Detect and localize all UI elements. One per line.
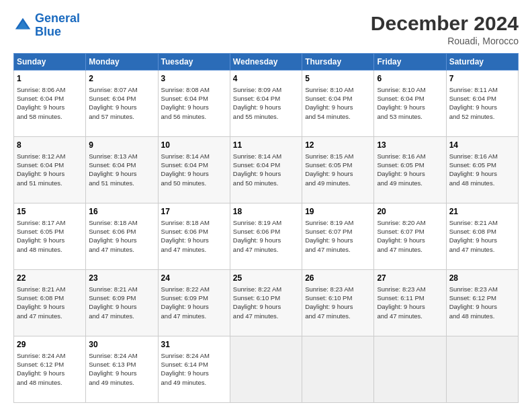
table-row bbox=[230, 336, 302, 403]
calendar: Sunday Monday Tuesday Wednesday Thursday… bbox=[13, 53, 519, 403]
day-info: Sunrise: 8:23 AMSunset: 6:10 PMDaylight:… bbox=[305, 285, 371, 320]
day-number: 22 bbox=[17, 273, 83, 284]
day-number: 28 bbox=[449, 273, 515, 284]
calendar-week-row: 15Sunrise: 8:17 AMSunset: 6:05 PMDayligh… bbox=[14, 203, 519, 270]
table-row: 19Sunrise: 8:19 AMSunset: 6:07 PMDayligh… bbox=[302, 203, 374, 270]
col-wednesday: Wednesday bbox=[230, 54, 302, 71]
day-info: Sunrise: 8:24 AMSunset: 6:13 PMDaylight:… bbox=[89, 351, 154, 387]
logo: General Blue bbox=[13, 12, 80, 39]
table-row: 24Sunrise: 8:22 AMSunset: 6:09 PMDayligh… bbox=[158, 270, 230, 336]
table-row: 26Sunrise: 8:23 AMSunset: 6:10 PMDayligh… bbox=[302, 270, 374, 336]
col-friday: Friday bbox=[374, 54, 446, 71]
day-number: 17 bbox=[161, 206, 227, 218]
day-info: Sunrise: 8:15 AMSunset: 6:05 PMDaylight:… bbox=[305, 152, 371, 187]
day-number: 25 bbox=[233, 273, 299, 284]
day-number: 16 bbox=[89, 206, 154, 218]
day-number: 24 bbox=[161, 273, 227, 284]
day-number: 23 bbox=[89, 273, 154, 284]
day-number: 29 bbox=[17, 339, 83, 351]
logo-line1: General bbox=[35, 11, 80, 25]
day-info: Sunrise: 8:23 AMSunset: 6:11 PMDaylight:… bbox=[377, 285, 443, 320]
table-row: 30Sunrise: 8:24 AMSunset: 6:13 PMDayligh… bbox=[86, 336, 158, 403]
day-number: 31 bbox=[161, 339, 227, 351]
day-number: 11 bbox=[233, 140, 299, 151]
day-number: 10 bbox=[161, 140, 227, 151]
logo-line2: Blue bbox=[35, 25, 61, 38]
day-info: Sunrise: 8:06 AMSunset: 6:04 PMDaylight:… bbox=[17, 85, 83, 121]
table-row: 21Sunrise: 8:21 AMSunset: 6:08 PMDayligh… bbox=[446, 203, 518, 270]
day-number: 19 bbox=[305, 206, 371, 218]
table-row: 12Sunrise: 8:15 AMSunset: 6:05 PMDayligh… bbox=[302, 137, 374, 203]
day-info: Sunrise: 8:08 AMSunset: 6:04 PMDaylight:… bbox=[161, 85, 227, 121]
logo-text: General Blue bbox=[35, 12, 80, 39]
table-row: 10Sunrise: 8:14 AMSunset: 6:04 PMDayligh… bbox=[158, 137, 230, 203]
table-row: 13Sunrise: 8:16 AMSunset: 6:05 PMDayligh… bbox=[374, 137, 446, 203]
calendar-header-row: Sunday Monday Tuesday Wednesday Thursday… bbox=[14, 54, 519, 71]
day-info: Sunrise: 8:18 AMSunset: 6:06 PMDaylight:… bbox=[89, 218, 154, 254]
day-info: Sunrise: 8:18 AMSunset: 6:06 PMDaylight:… bbox=[161, 218, 227, 254]
table-row: 3Sunrise: 8:08 AMSunset: 6:04 PMDaylight… bbox=[158, 71, 230, 137]
day-number: 15 bbox=[17, 206, 83, 218]
calendar-week-row: 22Sunrise: 8:21 AMSunset: 6:08 PMDayligh… bbox=[14, 270, 519, 336]
col-sunday: Sunday bbox=[14, 54, 86, 71]
day-info: Sunrise: 8:21 AMSunset: 6:08 PMDaylight:… bbox=[449, 218, 515, 254]
table-row: 17Sunrise: 8:18 AMSunset: 6:06 PMDayligh… bbox=[158, 203, 230, 270]
table-row: 18Sunrise: 8:19 AMSunset: 6:06 PMDayligh… bbox=[230, 203, 302, 270]
logo-icon bbox=[13, 16, 32, 35]
day-number: 21 bbox=[449, 206, 515, 218]
calendar-week-row: 1Sunrise: 8:06 AMSunset: 6:04 PMDaylight… bbox=[14, 71, 519, 137]
table-row bbox=[374, 336, 446, 403]
title-block: December 2024 Rouadi, Morocco bbox=[371, 12, 519, 46]
col-saturday: Saturday bbox=[446, 54, 518, 71]
table-row: 25Sunrise: 8:22 AMSunset: 6:10 PMDayligh… bbox=[230, 270, 302, 336]
table-row: 4Sunrise: 8:09 AMSunset: 6:04 PMDaylight… bbox=[230, 71, 302, 137]
table-row: 1Sunrise: 8:06 AMSunset: 6:04 PMDaylight… bbox=[14, 71, 86, 137]
day-info: Sunrise: 8:21 AMSunset: 6:09 PMDaylight:… bbox=[89, 285, 154, 320]
table-row: 27Sunrise: 8:23 AMSunset: 6:11 PMDayligh… bbox=[374, 270, 446, 336]
month-title: December 2024 bbox=[371, 12, 519, 34]
table-row: 6Sunrise: 8:10 AMSunset: 6:04 PMDaylight… bbox=[374, 71, 446, 137]
day-info: Sunrise: 8:10 AMSunset: 6:04 PMDaylight:… bbox=[305, 85, 371, 121]
col-tuesday: Tuesday bbox=[158, 54, 230, 71]
day-info: Sunrise: 8:23 AMSunset: 6:12 PMDaylight:… bbox=[449, 285, 515, 320]
table-row: 2Sunrise: 8:07 AMSunset: 6:04 PMDaylight… bbox=[86, 71, 158, 137]
day-number: 3 bbox=[161, 73, 227, 85]
calendar-week-row: 29Sunrise: 8:24 AMSunset: 6:12 PMDayligh… bbox=[14, 336, 519, 403]
day-number: 5 bbox=[305, 73, 371, 85]
day-info: Sunrise: 8:14 AMSunset: 6:04 PMDaylight:… bbox=[161, 152, 227, 187]
table-row: 29Sunrise: 8:24 AMSunset: 6:12 PMDayligh… bbox=[14, 336, 86, 403]
day-number: 26 bbox=[305, 273, 371, 284]
page: General Blue December 2024 Rouadi, Moroc… bbox=[0, 0, 532, 411]
day-info: Sunrise: 8:09 AMSunset: 6:04 PMDaylight:… bbox=[233, 85, 299, 121]
table-row: 11Sunrise: 8:14 AMSunset: 6:04 PMDayligh… bbox=[230, 137, 302, 203]
table-row bbox=[302, 336, 374, 403]
day-number: 6 bbox=[377, 73, 443, 85]
table-row: 7Sunrise: 8:11 AMSunset: 6:04 PMDaylight… bbox=[446, 71, 518, 137]
day-number: 18 bbox=[233, 206, 299, 218]
day-number: 8 bbox=[17, 140, 83, 151]
table-row: 14Sunrise: 8:16 AMSunset: 6:05 PMDayligh… bbox=[446, 137, 518, 203]
location: Rouadi, Morocco bbox=[371, 36, 519, 46]
day-info: Sunrise: 8:19 AMSunset: 6:06 PMDaylight:… bbox=[233, 218, 299, 254]
day-info: Sunrise: 8:07 AMSunset: 6:04 PMDaylight:… bbox=[89, 85, 154, 121]
day-info: Sunrise: 8:21 AMSunset: 6:08 PMDaylight:… bbox=[17, 285, 83, 320]
day-info: Sunrise: 8:10 AMSunset: 6:04 PMDaylight:… bbox=[377, 85, 443, 121]
day-info: Sunrise: 8:17 AMSunset: 6:05 PMDaylight:… bbox=[17, 218, 83, 254]
day-number: 20 bbox=[377, 206, 443, 218]
day-info: Sunrise: 8:24 AMSunset: 6:12 PMDaylight:… bbox=[17, 351, 83, 387]
day-number: 30 bbox=[89, 339, 154, 351]
table-row: 8Sunrise: 8:12 AMSunset: 6:04 PMDaylight… bbox=[14, 137, 86, 203]
col-thursday: Thursday bbox=[302, 54, 374, 71]
day-info: Sunrise: 8:22 AMSunset: 6:09 PMDaylight:… bbox=[161, 285, 227, 320]
day-number: 13 bbox=[377, 140, 443, 151]
table-row: 31Sunrise: 8:24 AMSunset: 6:14 PMDayligh… bbox=[158, 336, 230, 403]
day-number: 12 bbox=[305, 140, 371, 151]
table-row: 9Sunrise: 8:13 AMSunset: 6:04 PMDaylight… bbox=[86, 137, 158, 203]
day-number: 4 bbox=[233, 73, 299, 85]
day-info: Sunrise: 8:14 AMSunset: 6:04 PMDaylight:… bbox=[233, 152, 299, 187]
day-number: 2 bbox=[89, 73, 154, 85]
header: General Blue December 2024 Rouadi, Moroc… bbox=[13, 12, 519, 46]
table-row bbox=[446, 336, 518, 403]
day-number: 1 bbox=[17, 73, 83, 85]
table-row: 5Sunrise: 8:10 AMSunset: 6:04 PMDaylight… bbox=[302, 71, 374, 137]
